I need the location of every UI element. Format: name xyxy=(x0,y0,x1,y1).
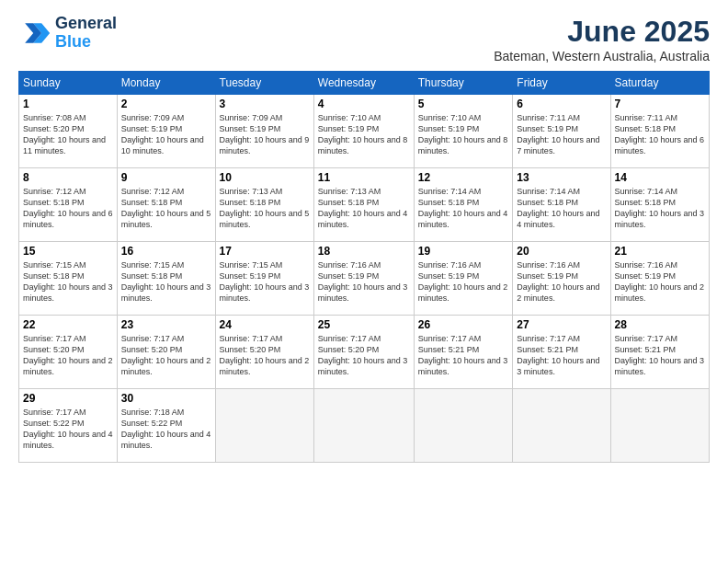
calendar-week-3: 15 Sunrise: 7:15 AM Sunset: 5:18 PM Dayl… xyxy=(19,242,710,316)
day-cell-29: 29 Sunrise: 7:17 AM Sunset: 5:22 PM Dayl… xyxy=(19,389,118,463)
day-info: Sunrise: 7:17 AM Sunset: 5:21 PM Dayligh… xyxy=(418,333,509,378)
day-number: 4 xyxy=(318,98,410,110)
day-info: Sunrise: 7:08 AM Sunset: 5:20 PM Dayligh… xyxy=(23,112,113,157)
location: Bateman, Western Australia, Australia xyxy=(494,49,710,63)
day-number: 26 xyxy=(418,318,509,331)
day-cell-5: 5 Sunrise: 7:10 AM Sunset: 5:19 PM Dayli… xyxy=(414,95,513,168)
day-cell-17: 17 Sunrise: 7:15 AM Sunset: 5:19 PM Dayl… xyxy=(215,242,313,316)
day-info: Sunrise: 7:09 AM Sunset: 5:19 PM Dayligh… xyxy=(220,112,310,157)
day-cell-1: 1 Sunrise: 7:08 AM Sunset: 5:20 PM Dayli… xyxy=(19,95,118,168)
day-cell-23: 23 Sunrise: 7:17 AM Sunset: 5:20 PM Dayl… xyxy=(117,316,215,389)
day-info: Sunrise: 7:11 AM Sunset: 5:18 PM Dayligh… xyxy=(615,112,706,157)
day-number: 19 xyxy=(418,245,509,258)
day-info: Sunrise: 7:17 AM Sunset: 5:20 PM Dayligh… xyxy=(318,333,410,378)
day-number: 11 xyxy=(318,171,410,184)
header-sunday: Sunday xyxy=(19,72,118,95)
page: General Blue June 2025 Bateman, Western … xyxy=(0,0,728,563)
day-info: Sunrise: 7:10 AM Sunset: 5:19 PM Dayligh… xyxy=(418,112,509,157)
day-number: 8 xyxy=(23,171,113,184)
empty-cell xyxy=(313,389,414,463)
day-cell-6: 6 Sunrise: 7:11 AM Sunset: 5:19 PM Dayli… xyxy=(513,95,610,168)
day-number: 9 xyxy=(121,171,211,184)
calendar: Sunday Monday Tuesday Wednesday Thursday… xyxy=(18,71,710,463)
day-info: Sunrise: 7:09 AM Sunset: 5:19 PM Dayligh… xyxy=(121,112,211,157)
day-cell-24: 24 Sunrise: 7:17 AM Sunset: 5:20 PM Dayl… xyxy=(215,316,313,389)
day-number: 15 xyxy=(23,245,113,258)
weekday-header-row: Sunday Monday Tuesday Wednesday Thursday… xyxy=(19,72,710,95)
day-info: Sunrise: 7:14 AM Sunset: 5:18 PM Dayligh… xyxy=(517,186,606,231)
day-number: 23 xyxy=(121,318,211,331)
day-number: 14 xyxy=(615,171,706,184)
day-number: 3 xyxy=(220,98,310,110)
empty-cell xyxy=(414,389,513,463)
day-cell-19: 19 Sunrise: 7:16 AM Sunset: 5:19 PM Dayl… xyxy=(414,242,513,316)
day-info: Sunrise: 7:16 AM Sunset: 5:19 PM Dayligh… xyxy=(318,259,410,304)
header: General Blue June 2025 Bateman, Western … xyxy=(18,15,710,63)
day-cell-2: 2 Sunrise: 7:09 AM Sunset: 5:19 PM Dayli… xyxy=(117,95,215,168)
day-cell-7: 7 Sunrise: 7:11 AM Sunset: 5:18 PM Dayli… xyxy=(610,95,710,168)
day-number: 21 xyxy=(615,245,706,258)
day-cell-26: 26 Sunrise: 7:17 AM Sunset: 5:21 PM Dayl… xyxy=(414,316,513,389)
day-cell-13: 13 Sunrise: 7:14 AM Sunset: 5:18 PM Dayl… xyxy=(513,168,610,242)
header-thursday: Thursday xyxy=(414,72,513,95)
day-cell-12: 12 Sunrise: 7:14 AM Sunset: 5:18 PM Dayl… xyxy=(414,168,513,242)
day-info: Sunrise: 7:15 AM Sunset: 5:18 PM Dayligh… xyxy=(23,259,113,304)
day-number: 27 xyxy=(517,318,606,331)
calendar-week-4: 22 Sunrise: 7:17 AM Sunset: 5:20 PM Dayl… xyxy=(19,316,710,389)
day-cell-21: 21 Sunrise: 7:16 AM Sunset: 5:19 PM Dayl… xyxy=(610,242,710,316)
day-info: Sunrise: 7:11 AM Sunset: 5:19 PM Dayligh… xyxy=(517,112,606,157)
empty-cell xyxy=(215,389,313,463)
day-number: 1 xyxy=(23,98,113,110)
day-number: 12 xyxy=(418,171,509,184)
day-cell-28: 28 Sunrise: 7:17 AM Sunset: 5:21 PM Dayl… xyxy=(610,316,710,389)
day-info: Sunrise: 7:17 AM Sunset: 5:20 PM Dayligh… xyxy=(23,333,113,378)
day-info: Sunrise: 7:10 AM Sunset: 5:19 PM Dayligh… xyxy=(318,112,410,157)
day-cell-18: 18 Sunrise: 7:16 AM Sunset: 5:19 PM Dayl… xyxy=(313,242,414,316)
header-wednesday: Wednesday xyxy=(313,72,414,95)
day-cell-20: 20 Sunrise: 7:16 AM Sunset: 5:19 PM Dayl… xyxy=(513,242,610,316)
day-cell-15: 15 Sunrise: 7:15 AM Sunset: 5:18 PM Dayl… xyxy=(19,242,118,316)
day-info: Sunrise: 7:14 AM Sunset: 5:18 PM Dayligh… xyxy=(615,186,706,231)
day-number: 28 xyxy=(615,318,706,331)
header-tuesday: Tuesday xyxy=(215,72,313,95)
day-info: Sunrise: 7:15 AM Sunset: 5:18 PM Dayligh… xyxy=(121,259,211,304)
day-info: Sunrise: 7:17 AM Sunset: 5:21 PM Dayligh… xyxy=(517,333,606,378)
day-number: 17 xyxy=(220,245,310,258)
day-number: 16 xyxy=(121,245,211,258)
day-number: 25 xyxy=(318,318,410,331)
day-info: Sunrise: 7:17 AM Sunset: 5:22 PM Dayligh… xyxy=(23,407,113,452)
day-cell-22: 22 Sunrise: 7:17 AM Sunset: 5:20 PM Dayl… xyxy=(19,316,118,389)
calendar-week-2: 8 Sunrise: 7:12 AM Sunset: 5:18 PM Dayli… xyxy=(19,168,710,242)
day-number: 7 xyxy=(615,98,706,110)
day-number: 2 xyxy=(121,98,211,110)
day-cell-14: 14 Sunrise: 7:14 AM Sunset: 5:18 PM Dayl… xyxy=(610,168,710,242)
logo-line1: General xyxy=(55,15,117,33)
day-cell-3: 3 Sunrise: 7:09 AM Sunset: 5:19 PM Dayli… xyxy=(215,95,313,168)
day-info: Sunrise: 7:18 AM Sunset: 5:22 PM Dayligh… xyxy=(121,407,211,452)
day-info: Sunrise: 7:13 AM Sunset: 5:18 PM Dayligh… xyxy=(318,186,410,231)
month-title: June 2025 xyxy=(494,15,710,49)
day-info: Sunrise: 7:12 AM Sunset: 5:18 PM Dayligh… xyxy=(23,186,113,231)
day-number: 13 xyxy=(517,171,606,184)
day-cell-11: 11 Sunrise: 7:13 AM Sunset: 5:18 PM Dayl… xyxy=(313,168,414,242)
day-number: 5 xyxy=(418,98,509,110)
day-number: 6 xyxy=(517,98,606,110)
day-cell-9: 9 Sunrise: 7:12 AM Sunset: 5:18 PM Dayli… xyxy=(117,168,215,242)
day-cell-4: 4 Sunrise: 7:10 AM Sunset: 5:19 PM Dayli… xyxy=(313,95,414,168)
day-cell-30: 30 Sunrise: 7:18 AM Sunset: 5:22 PM Dayl… xyxy=(117,389,215,463)
empty-cell xyxy=(513,389,610,463)
header-friday: Friday xyxy=(513,72,610,95)
day-cell-27: 27 Sunrise: 7:17 AM Sunset: 5:21 PM Dayl… xyxy=(513,316,610,389)
day-info: Sunrise: 7:16 AM Sunset: 5:19 PM Dayligh… xyxy=(418,259,509,304)
day-info: Sunrise: 7:14 AM Sunset: 5:18 PM Dayligh… xyxy=(418,186,509,231)
day-info: Sunrise: 7:17 AM Sunset: 5:20 PM Dayligh… xyxy=(220,333,310,378)
logo-text: General Blue xyxy=(55,15,117,52)
day-cell-8: 8 Sunrise: 7:12 AM Sunset: 5:18 PM Dayli… xyxy=(19,168,118,242)
day-info: Sunrise: 7:17 AM Sunset: 5:20 PM Dayligh… xyxy=(121,333,211,378)
day-number: 20 xyxy=(517,245,606,258)
empty-cell xyxy=(610,389,710,463)
day-number: 18 xyxy=(318,245,410,258)
calendar-week-5: 29 Sunrise: 7:17 AM Sunset: 5:22 PM Dayl… xyxy=(19,389,710,463)
day-info: Sunrise: 7:15 AM Sunset: 5:19 PM Dayligh… xyxy=(220,259,310,304)
day-info: Sunrise: 7:13 AM Sunset: 5:18 PM Dayligh… xyxy=(220,186,310,231)
